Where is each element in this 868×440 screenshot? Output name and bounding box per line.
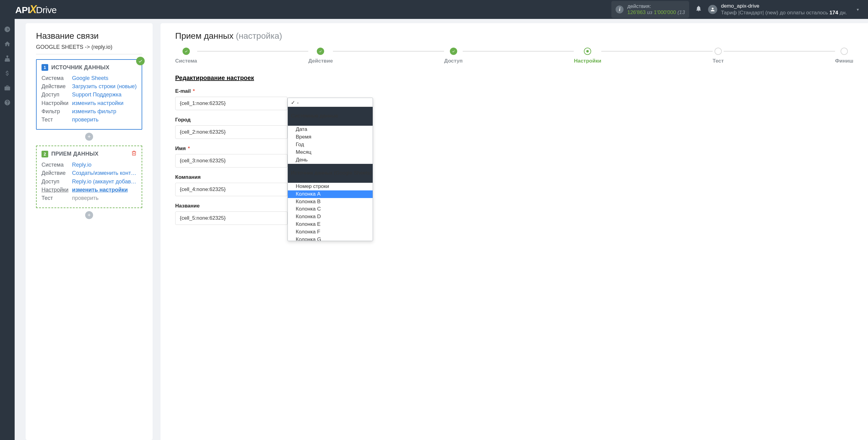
actions-text: действия: 126'863 из 1'000'000 (13 (627, 3, 685, 16)
logo-part-drive: Drive (36, 5, 57, 15)
logo[interactable]: APIXDrive (15, 3, 57, 16)
info-icon: i (616, 5, 623, 13)
avatar-icon (708, 5, 717, 14)
chevron-down-icon: ▾ (857, 7, 859, 12)
bell-icon[interactable] (695, 5, 702, 14)
logo-part-x: X (30, 3, 37, 15)
actions-counter[interactable]: i действия: 126'863 из 1'000'000 (13 (611, 1, 689, 18)
app-header: APIXDrive i действия: 126'863 из 1'000'0… (0, 0, 868, 19)
user-menu[interactable]: demo_apix-drive Тариф |Стандарт| (new) д… (708, 3, 859, 16)
user-info: demo_apix-drive Тариф |Стандарт| (new) д… (721, 3, 847, 16)
logo-part-api: API (15, 5, 30, 15)
